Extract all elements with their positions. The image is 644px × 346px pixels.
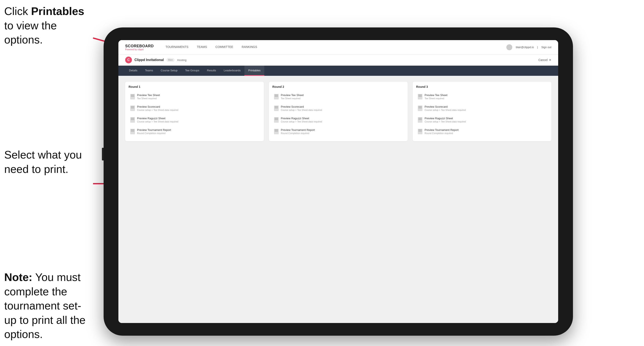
doc-icon — [274, 106, 279, 111]
tournament-name: Clippd Invitational — [134, 58, 164, 62]
r2-rag-sub: Course setup + Tee Sheet data required — [281, 120, 322, 123]
tab-leaderboards[interactable]: Leaderboards — [220, 66, 244, 76]
doc-icon — [274, 117, 279, 123]
round-2-scorecard[interactable]: Preview Scorecard Course setup + Tee She… — [272, 103, 404, 113]
round-3-raguzzi[interactable]: Preview Raguzzi Sheet Course setup + Tee… — [416, 115, 548, 125]
r2-rag-title: Preview Raguzzi Sheet — [281, 117, 322, 120]
tab-printables[interactable]: Printables — [244, 66, 264, 76]
r2-tr-title: Preview Tournament Report — [281, 128, 315, 132]
round-3-scorecard[interactable]: Preview Scorecard Course setup + Tee She… — [416, 103, 548, 113]
round-1-tee-sheet[interactable]: Preview Tee Sheet Tee Sheet required — [128, 91, 260, 102]
nav-links: TOURNAMENTS TEAMS COMMITTEE RANKINGS — [161, 40, 261, 54]
tablet-frame: SCOREBOARD Powered by clippd TOURNAMENTS… — [104, 27, 573, 336]
round-1-tournament-report[interactable]: Preview Tournament Report Round Completi… — [128, 126, 260, 137]
r1-sc-sub: Course setup + Tee Sheet data required — [137, 109, 178, 111]
rounds-grid: Round 1 Preview Tee Sheet Tee Sheet requ… — [125, 82, 552, 141]
r3-tee-sub: Tee Sheet required — [424, 97, 447, 100]
r1-tee-sub: Tee Sheet required — [137, 97, 160, 100]
hosting-status: Hosting — [177, 58, 186, 62]
nav-right: blair@clippd.io | Sign out — [506, 44, 552, 50]
r1-tee-title: Preview Tee Sheet — [137, 94, 160, 97]
doc-icon — [418, 94, 422, 99]
scoreboard-logo: SCOREBOARD Powered by clippd — [125, 44, 154, 51]
annotation-note-label: Note: — [4, 271, 32, 283]
r3-tr-sub: Round Completion required — [424, 132, 458, 135]
round-1-column: Round 1 Preview Tee Sheet Tee Sheet requ… — [125, 82, 264, 141]
tournament-division: Men — [166, 58, 175, 62]
r3-tee-title: Preview Tee Sheet — [424, 94, 447, 97]
user-email: blair@clippd.io — [516, 46, 534, 49]
round-3-tee-sheet[interactable]: Preview Tee Sheet Tee Sheet required — [416, 91, 548, 102]
tablet-screen: SCOREBOARD Powered by clippd TOURNAMENTS… — [118, 40, 558, 323]
tab-teams[interactable]: Teams — [141, 66, 157, 76]
doc-icon — [130, 117, 135, 123]
user-avatar — [506, 44, 512, 50]
nav-rankings[interactable]: RANKINGS — [238, 40, 261, 54]
round-3-tournament-report[interactable]: Preview Tournament Report Round Completi… — [416, 126, 548, 137]
round-2-title: Round 2 — [272, 85, 404, 88]
r1-rag-title: Preview Raguzzi Sheet — [137, 117, 178, 120]
tab-course-setup[interactable]: Course Setup — [157, 66, 182, 76]
cancel-button[interactable]: Cancel ✕ — [538, 58, 552, 62]
tournament-info: C Clippd Invitational Men Hosting — [125, 57, 186, 63]
doc-icon — [130, 94, 135, 99]
round-3-column: Round 3 Preview Tee Sheet Tee Sheet requ… — [413, 82, 552, 141]
round-1-scorecard[interactable]: Preview Scorecard Course setup + Tee She… — [128, 103, 260, 113]
powered-by: Powered by clippd — [125, 48, 154, 51]
main-content: Round 1 Preview Tee Sheet Tee Sheet requ… — [118, 76, 558, 323]
annotation-top: Click Printables to view the options. — [4, 4, 89, 47]
tab-tee-groups[interactable]: Tee Groups — [182, 66, 203, 76]
separator: | — [537, 46, 538, 49]
r1-sc-title: Preview Scorecard — [137, 105, 178, 108]
doc-icon — [418, 129, 422, 134]
r1-rag-sub: Course setup + Tee Sheet data required — [137, 120, 178, 123]
nav-committee[interactable]: COMMITTEE — [211, 40, 238, 54]
doc-icon — [274, 94, 279, 99]
round-2-column: Round 2 Preview Tee Sheet Tee Sheet requ… — [269, 82, 408, 141]
tab-results[interactable]: Results — [203, 66, 220, 76]
doc-icon — [418, 117, 422, 123]
round-2-tee-sheet[interactable]: Preview Tee Sheet Tee Sheet required — [272, 91, 404, 102]
r3-tr-title: Preview Tournament Report — [424, 128, 458, 132]
round-3-title: Round 3 — [416, 85, 548, 88]
r2-tee-title: Preview Tee Sheet — [281, 94, 304, 97]
r1-tr-sub: Round Completion required — [137, 132, 171, 135]
sub-nav: Details Teams Course Setup Tee Groups Re… — [118, 66, 558, 76]
round-2-raguzzi[interactable]: Preview Raguzzi Sheet Course setup + Tee… — [272, 115, 404, 125]
annotation-middle: Select what youneed to print. — [4, 148, 82, 176]
r3-sc-title: Preview Scorecard — [424, 105, 466, 108]
annotation-bottom: Note: You must complete the tournament s… — [4, 270, 93, 342]
top-nav: SCOREBOARD Powered by clippd TOURNAMENTS… — [118, 40, 558, 54]
doc-icon — [130, 129, 135, 134]
r2-tr-sub: Round Completion required — [281, 132, 315, 135]
tournament-header: C Clippd Invitational Men Hosting Cancel… — [118, 54, 558, 66]
tab-details[interactable]: Details — [125, 66, 141, 76]
r3-rag-title: Preview Raguzzi Sheet — [424, 117, 466, 120]
round-2-tournament-report[interactable]: Preview Tournament Report Round Completi… — [272, 126, 404, 137]
round-1-title: Round 1 — [128, 85, 260, 88]
doc-icon — [130, 106, 135, 111]
scoreboard-title: SCOREBOARD — [125, 44, 154, 48]
r3-rag-sub: Course setup + Tee Sheet data required — [424, 120, 466, 123]
nav-tournaments[interactable]: TOURNAMENTS — [161, 40, 192, 54]
r2-sc-title: Preview Scorecard — [281, 105, 322, 108]
r2-tee-sub: Tee Sheet required — [281, 97, 304, 100]
doc-icon — [274, 129, 279, 134]
r1-tr-title: Preview Tournament Report — [137, 128, 171, 132]
annotation-bold-printables: Printables — [31, 5, 84, 17]
nav-teams[interactable]: TEAMS — [192, 40, 211, 54]
round-1-raguzzi[interactable]: Preview Raguzzi Sheet Course setup + Tee… — [128, 115, 260, 125]
doc-icon — [418, 106, 422, 111]
nav-left: SCOREBOARD Powered by clippd TOURNAMENTS… — [125, 40, 261, 54]
clippd-logo: C — [125, 57, 132, 63]
cancel-x-icon: ✕ — [549, 58, 552, 62]
r3-sc-sub: Course setup + Tee Sheet data required — [424, 109, 466, 111]
r2-sc-sub: Course setup + Tee Sheet data required — [281, 109, 322, 111]
sign-out-link[interactable]: Sign out — [541, 46, 552, 49]
